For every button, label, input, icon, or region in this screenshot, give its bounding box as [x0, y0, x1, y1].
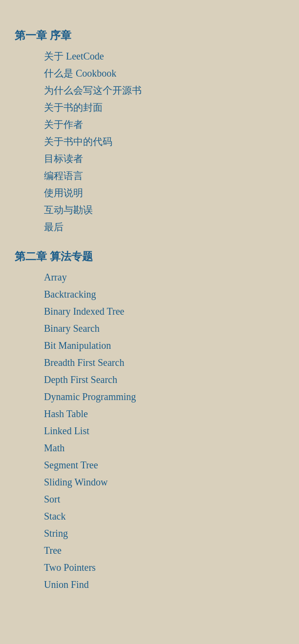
toc-container: 第一章 序章关于 LeetCode什么是 Cookbook为什么会写这个开源书关… — [0, 28, 299, 593]
toc-item-1-4[interactable]: 关于书的封面 — [44, 99, 284, 116]
chapter-heading-1: 第一章 序章 — [15, 28, 284, 43]
toc-item-2-1[interactable]: Array — [44, 269, 284, 286]
toc-item-2-3[interactable]: Binary Indexed Tree — [44, 303, 284, 320]
toc-item-1-2[interactable]: 什么是 Cookbook — [44, 65, 284, 82]
toc-item-2-19[interactable]: Union Find — [44, 576, 284, 593]
toc-item-1-1[interactable]: 关于 LeetCode — [44, 48, 284, 65]
toc-item-2-15[interactable]: Stack — [44, 508, 284, 525]
chapter-items-2: ArrayBacktrackingBinary Indexed TreeBina… — [15, 269, 284, 593]
toc-item-2-6[interactable]: Breadth First Search — [44, 354, 284, 371]
toc-item-2-4[interactable]: Binary Search — [44, 320, 284, 337]
toc-item-2-16[interactable]: String — [44, 525, 284, 542]
chapter-heading-2: 第二章 算法专题 — [15, 249, 284, 264]
toc-item-2-7[interactable]: Depth First Search — [44, 371, 284, 388]
toc-item-2-17[interactable]: Tree — [44, 542, 284, 559]
chapter-items-1: 关于 LeetCode什么是 Cookbook为什么会写这个开源书关于书的封面关… — [15, 48, 284, 236]
toc-item-1-7[interactable]: 目标读者 — [44, 150, 284, 167]
toc-item-2-14[interactable]: Sort — [44, 491, 284, 508]
toc-item-2-8[interactable]: Dynamic Programming — [44, 388, 284, 405]
toc-item-1-11[interactable]: 最后 — [44, 219, 284, 236]
toc-item-1-6[interactable]: 关于书中的代码 — [44, 133, 284, 150]
toc-item-1-3[interactable]: 为什么会写这个开源书 — [44, 82, 284, 99]
toc-item-2-9[interactable]: Hash Table — [44, 405, 284, 423]
toc-item-2-13[interactable]: Sliding Window — [44, 474, 284, 491]
toc-item-1-9[interactable]: 使用说明 — [44, 184, 284, 201]
toc-item-1-5[interactable]: 关于作者 — [44, 116, 284, 133]
toc-item-1-10[interactable]: 互动与勘误 — [44, 201, 284, 219]
toc-item-2-5[interactable]: Bit Manipulation — [44, 337, 284, 354]
toc-item-2-10[interactable]: Linked List — [44, 423, 284, 440]
toc-item-2-18[interactable]: Two Pointers — [44, 559, 284, 576]
toc-item-1-8[interactable]: 编程语言 — [44, 167, 284, 184]
toc-item-2-11[interactable]: Math — [44, 440, 284, 457]
toc-item-2-2[interactable]: Backtracking — [44, 286, 284, 303]
toc-item-2-12[interactable]: Segment Tree — [44, 457, 284, 474]
